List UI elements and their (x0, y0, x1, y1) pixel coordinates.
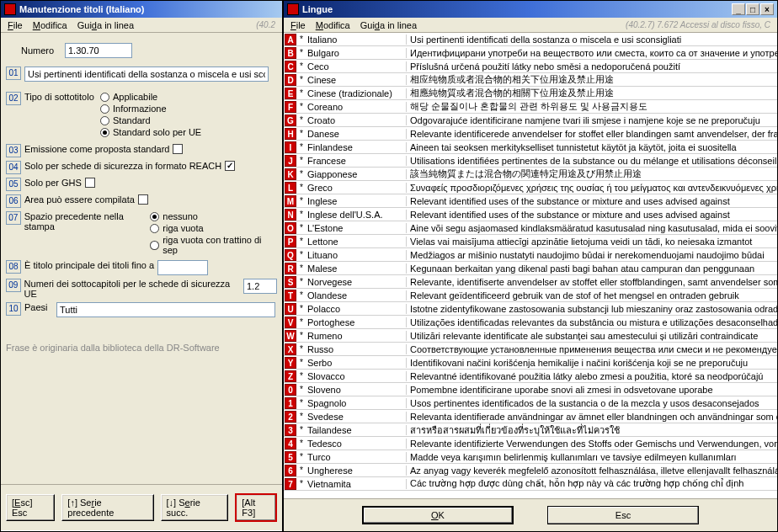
lang-translation[interactable]: สารหรือสารผสมที่เกี่ยวข้องที่ระบุให้ใช้แ… (407, 423, 777, 438)
lang-translation[interactable]: Συναφείς προσδιοριζόμενες χρήσεις της ου… (407, 183, 777, 193)
lang-key[interactable]: C (285, 61, 296, 72)
language-row[interactable]: J*FranceseUtilisations identifiées perti… (284, 154, 777, 168)
radio-standard[interactable] (100, 116, 109, 125)
lang-key[interactable]: J (285, 155, 296, 167)
esc-button-right[interactable]: Esc (547, 506, 699, 524)
language-row[interactable]: 0*SlovenoPomembne identificirane uporabe… (284, 383, 777, 396)
lang-translation[interactable]: 該当純物質または混合物の関連特定用途及び用禁止用途 (407, 168, 777, 180)
language-row[interactable]: 4*TedescoRelevante identifizierte Verwen… (284, 437, 777, 450)
language-row[interactable]: 3*Tailandeseสารหรือสารผสมที่เกี่ยวข้องที… (284, 423, 777, 437)
language-row[interactable]: K*Giapponese該当純物質または混合物の関連特定用途及び用禁止用途 (284, 168, 777, 181)
language-row[interactable]: X*RussoСоответствующие установленные при… (284, 343, 777, 356)
field-num-01[interactable]: 01 (6, 66, 21, 80)
lang-translation[interactable]: Relevant identified uses of the substanc… (407, 210, 777, 220)
language-row[interactable]: U*PolaccoIstotne zidentyfikowane zastoso… (284, 302, 777, 316)
field-num-05[interactable]: 05 (6, 178, 21, 191)
lang-translation[interactable]: Utilizações identificadas relevantes da … (407, 317, 777, 327)
lang-key[interactable]: G (285, 114, 296, 126)
lang-translation[interactable]: Relevante identificerede anvendelser for… (407, 129, 777, 139)
lang-key[interactable]: L (285, 182, 296, 194)
menu-guida[interactable]: Guida in linea (72, 19, 139, 32)
language-row[interactable]: G*CroatoOdgovarajuće identificirane namj… (284, 114, 777, 127)
ghs-checkbox[interactable] (85, 178, 95, 188)
lang-translation[interactable]: 해당 순물질이나 혼합물의 관련 하위용도 및 사용금지용도 (407, 100, 777, 113)
menu-modifica[interactable]: Modifica (28, 19, 72, 32)
lang-translation[interactable]: Các trường hợp được dùng chất, hỗn hợp n… (407, 478, 777, 489)
lang-translation[interactable]: Relevantné identifikované použitia látky… (407, 371, 777, 381)
lang-translation[interactable]: Соответствующие установленные применения… (407, 344, 777, 354)
lang-key[interactable]: P (285, 236, 296, 247)
lang-key[interactable]: W (285, 330, 296, 342)
language-row[interactable]: S*NorvegeseRelevante, identifiserte anve… (284, 275, 777, 289)
lang-translation[interactable]: Aine või segu asjaomased kindlaksmääratu… (407, 223, 777, 233)
language-row[interactable]: Q*LituanoMedžiagos ar mišinio nustatyti … (284, 248, 777, 262)
menu-file-r[interactable]: File (285, 19, 311, 32)
lang-translation[interactable]: Kegunaan berkaitan yang dikenal pasti ba… (407, 263, 777, 274)
lang-key[interactable]: Z (285, 370, 296, 382)
field-num-04[interactable]: 04 (6, 161, 21, 174)
lang-key[interactable]: D (285, 74, 296, 86)
lang-translation[interactable]: Relevant identified uses of the substanc… (407, 196, 777, 206)
lang-key[interactable]: B (285, 47, 296, 59)
lang-key[interactable]: E (285, 88, 296, 99)
radio-standard-ue[interactable] (100, 128, 109, 137)
language-row[interactable]: I*FinlandeseAineen tai seoksen merkityks… (284, 141, 777, 154)
lang-translation[interactable]: Identifikovani načini korišćenja hemikal… (407, 358, 777, 368)
language-list[interactable]: A*ItalianoUsi pertinenti identificati de… (284, 33, 777, 498)
lang-key[interactable]: 2 (285, 411, 296, 423)
lang-translation[interactable]: Pomembne identificirane uporabe snovi al… (407, 385, 777, 395)
language-row[interactable]: F*Coreano해당 순물질이나 혼합물의 관련 하위용도 및 사용금지용도 (284, 100, 777, 114)
lang-key[interactable]: T (285, 290, 296, 301)
paesi-input[interactable] (56, 302, 275, 317)
menu-file[interactable]: File (3, 19, 28, 32)
lang-key[interactable]: A (285, 34, 296, 45)
lang-translation[interactable]: Příslušná určená použití látky nebo směs… (407, 61, 777, 72)
area-checkbox[interactable] (138, 194, 148, 205)
lang-translation[interactable]: Идентифицирани употреби на веществото ил… (407, 48, 777, 58)
language-row[interactable]: O*L'EstoneAine või segu asjaomased kindl… (284, 221, 777, 235)
lang-key[interactable]: S (285, 276, 296, 288)
language-row[interactable]: P*LettoneVielas vai maisījuma attiecīgi … (284, 235, 777, 248)
field-num-03[interactable]: 03 (6, 144, 21, 157)
lang-translation[interactable]: Usos pertinentes identificados de la sus… (407, 398, 777, 408)
lang-key[interactable]: 6 (285, 465, 296, 476)
lang-key[interactable]: 7 (285, 478, 296, 490)
lang-key[interactable]: R (285, 263, 296, 274)
language-row[interactable]: V*PortogheseUtilizações identificadas re… (284, 316, 777, 329)
lang-key[interactable]: V (285, 317, 296, 328)
lang-key[interactable]: H (285, 128, 296, 140)
lang-key[interactable]: N (285, 209, 296, 221)
lang-translation[interactable]: Usi pertinenti identificati della sostan… (407, 35, 777, 45)
radio-riga-sep[interactable] (150, 241, 159, 250)
language-row[interactable]: H*DaneseRelevante identificerede anvende… (284, 127, 777, 141)
language-row[interactable]: Z*SlovaccoRelevantné identifikované použ… (284, 370, 777, 383)
field-num-07[interactable]: 07 (6, 211, 21, 225)
close-button[interactable]: × (760, 3, 774, 15)
lang-translation[interactable]: 相應純物質或者混合物的相關下位用途及禁止用途 (407, 87, 777, 99)
radio-riga-vuota[interactable] (150, 224, 159, 233)
lang-key[interactable]: M (285, 195, 296, 207)
language-row[interactable]: D*Cinese相应纯物质或者混合物的相关下位用途及禁止用途 (284, 73, 777, 87)
lang-key[interactable]: I (285, 141, 296, 153)
esc-button[interactable]: [Esc] Esc (6, 494, 55, 521)
lang-translation[interactable]: Relevanta identifierade användningar av … (407, 412, 777, 422)
maximize-button[interactable]: □ (746, 3, 759, 15)
lang-key[interactable]: 1 (285, 397, 296, 409)
prev-series-button[interactable]: [↑] Serie precedente (61, 494, 153, 521)
language-row[interactable]: B*BulgaroИдентифицирани употреби на веще… (284, 46, 777, 60)
language-row[interactable]: E*Cinese (tradizionale)相應純物質或者混合物的相關下位用途… (284, 87, 777, 100)
lang-key[interactable]: Y (285, 357, 296, 369)
lang-key[interactable]: O (285, 222, 296, 234)
minimize-button[interactable]: _ (732, 3, 745, 15)
lang-translation[interactable]: Utilizări relevante identificate ale sub… (407, 331, 777, 341)
language-row[interactable]: 5*TurcoMadde veya karışımın belirlenmiş … (284, 450, 777, 464)
radio-informazione[interactable] (100, 104, 109, 114)
language-row[interactable]: Y*SerboIdentifikovani načini korišćenja … (284, 356, 777, 370)
radio-applicabile[interactable] (100, 93, 109, 102)
language-row[interactable]: A*ItalianoUsi pertinenti identificati de… (284, 33, 777, 46)
language-row[interactable]: R*MaleseKegunaan berkaitan yang dikenal … (284, 262, 777, 275)
lang-translation[interactable]: Odgovarajuće identificirane namjene tvar… (407, 115, 777, 125)
ok-button[interactable]: OK (362, 506, 514, 524)
language-row[interactable]: L*GrecoΣυναφείς προσδιοριζόμενες χρήσεις… (284, 181, 777, 194)
language-row[interactable]: W*RumenoUtilizări relevante identificate… (284, 329, 777, 343)
